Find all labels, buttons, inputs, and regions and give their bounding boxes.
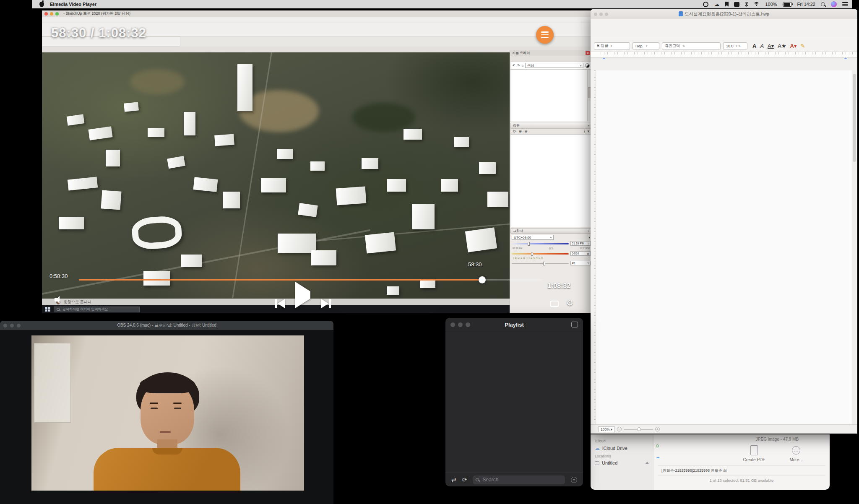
- finder-window: iCloud ☁ iCloud Drive Locations Untitled…: [591, 434, 830, 490]
- menu-bar-clock[interactable]: Fri 14:22: [797, 2, 815, 7]
- ring-building: [131, 215, 182, 250]
- scene-options-icon[interactable]: ⋮ ▾: [583, 129, 589, 133]
- sketchup-tray-panel: 기본 트레이 ✕ ↶ ↷ ⌂ 색상▾: [510, 50, 592, 313]
- volume-icon[interactable]: [55, 296, 65, 304]
- sketchup-3d-viewport[interactable]: [42, 52, 510, 299]
- control-center-icon[interactable]: [842, 2, 848, 7]
- siri-icon[interactable]: [831, 1, 837, 7]
- sweater-collar: [152, 448, 182, 455]
- shadows-section-header[interactable]: 그림자▾: [510, 228, 592, 234]
- bookmark-status-icon[interactable]: [725, 2, 729, 7]
- font-size-select[interactable]: 10.0▾ ⇅: [723, 42, 747, 50]
- playlist-title: Playlist: [445, 322, 583, 328]
- more-button[interactable]: … More...: [779, 445, 813, 462]
- building: [68, 177, 98, 190]
- next-button[interactable]: [321, 299, 331, 308]
- wifi-icon[interactable]: [753, 2, 760, 7]
- more-ellipsis-icon: …: [792, 446, 800, 455]
- terrain-patch: [352, 103, 415, 132]
- previous-button[interactable]: [275, 299, 285, 308]
- webcam-preview[interactable]: [31, 335, 304, 491]
- scene-add-icon[interactable]: ⊕: [519, 129, 522, 133]
- shadow-light-field[interactable]: 45⇅: [570, 261, 591, 265]
- person-eye: [174, 408, 181, 409]
- scenes-section-header[interactable]: 장면▾: [510, 123, 592, 128]
- building: [387, 179, 406, 192]
- keyboard-status-icon[interactable]: [734, 2, 739, 7]
- scene-refresh-icon[interactable]: ⟳: [513, 129, 516, 133]
- obs-status-icon[interactable]: [703, 2, 708, 7]
- underline-button[interactable]: A▾: [768, 43, 774, 49]
- bluetooth-icon[interactable]: [745, 2, 748, 7]
- player-menu-button[interactable]: [536, 26, 554, 44]
- utc-select[interactable]: UTC+09:00▾: [512, 235, 554, 240]
- building: [412, 204, 435, 229]
- snapshot-icon[interactable]: [550, 301, 559, 307]
- wall-panel: [34, 343, 71, 423]
- outline-button[interactable]: A★: [778, 43, 786, 49]
- create-pdf-button[interactable]: Create PDF: [737, 445, 771, 462]
- building: [487, 192, 508, 207]
- settings-gear-icon[interactable]: ⚙: [566, 298, 573, 308]
- building: [465, 227, 497, 252]
- repeat-icon[interactable]: ⟳: [462, 476, 467, 483]
- font-select[interactable]: 휴먼고딕⇅: [662, 42, 721, 50]
- forward-icon[interactable]: ↷: [517, 64, 520, 68]
- zoom-in-icon[interactable]: +: [655, 427, 660, 431]
- sidebar-item-icloud-drive[interactable]: ☁ iCloud Drive: [595, 444, 649, 452]
- scene-remove-icon[interactable]: ⊖: [524, 129, 528, 133]
- windows-start-icon[interactable]: [45, 307, 50, 312]
- zoom-slider[interactable]: [624, 429, 653, 430]
- seek-bar[interactable]: [79, 279, 542, 281]
- shadow-light-slider[interactable]: [512, 262, 569, 265]
- building: [214, 134, 234, 146]
- close-button[interactable]: [44, 12, 48, 16]
- obs-window: OBS 24.0.6 (mac) - 프로파일: Untitled - 장면: …: [0, 321, 333, 504]
- windows-search-input[interactable]: [62, 307, 137, 312]
- sidebar-item-untitled[interactable]: Untitled: [595, 460, 649, 466]
- windows-search-box[interactable]: [54, 307, 140, 312]
- zoom-button[interactable]: [55, 12, 59, 16]
- shuffle-icon[interactable]: ⇄: [451, 476, 456, 483]
- cloud-status-icon[interactable]: ☁: [714, 2, 719, 7]
- sample-paint-icon[interactable]: [585, 63, 590, 68]
- document-scrollbar[interactable]: [852, 70, 856, 424]
- material-collection-select[interactable]: 색상▾: [525, 63, 583, 68]
- shadow-date-field[interactable]: 04/24▦: [570, 251, 591, 256]
- shadow-time-field[interactable]: 01:39 PM⇅: [570, 241, 591, 246]
- spotlight-search-icon[interactable]: [821, 2, 825, 7]
- home-icon[interactable]: ⌂: [521, 64, 523, 68]
- playlist-title-bar: Playlist: [445, 318, 583, 332]
- shadow-time-slider[interactable]: [512, 242, 569, 245]
- selected-file-name[interactable]: [권형준-21925998]21925998 권형준 최: [661, 468, 727, 473]
- building: [298, 203, 318, 217]
- paragraph-style-select[interactable]: 바탕글▾: [594, 42, 630, 50]
- playlist-search-field[interactable]: [473, 475, 565, 484]
- filter-dropdown-icon[interactable]: ▼: [571, 477, 577, 483]
- bold-button[interactable]: A: [752, 43, 756, 49]
- rep-select[interactable]: Rep.▾: [633, 42, 659, 50]
- zoom-level[interactable]: 100% ▾: [598, 426, 615, 432]
- play-button[interactable]: [295, 291, 310, 299]
- apple-menu-icon[interactable]: [39, 2, 44, 7]
- app-menu-title[interactable]: Elmedia Video Player: [50, 2, 96, 7]
- back-icon[interactable]: ↶: [513, 64, 515, 68]
- minimize-button[interactable]: [50, 12, 53, 16]
- highlight-button[interactable]: ✎: [801, 43, 805, 49]
- playlist-search-input[interactable]: [482, 476, 562, 483]
- shadow-date-slider[interactable]: [512, 252, 569, 255]
- building: [278, 234, 316, 253]
- materials-tabs: [510, 56, 592, 62]
- sketchup-title-bar: - SketchUp 프로 2020 (평가판 2달 남음): [42, 10, 592, 17]
- vertical-ruler[interactable]: [591, 70, 596, 424]
- horizontal-ruler[interactable]: [591, 52, 857, 58]
- italic-button[interactable]: A: [760, 43, 764, 49]
- eject-icon[interactable]: [646, 460, 649, 464]
- desktop: Elmedia Video Player ☁ 100% Fri 14:22 - …: [0, 0, 859, 504]
- zoom-out-icon[interactable]: −: [617, 427, 622, 431]
- obs-window-title: OBS 24.0.6 (mac) - 프로파일: Untitled - 장면: …: [0, 322, 333, 328]
- battery-icon: [783, 2, 792, 7]
- close-icon[interactable]: ✕: [586, 51, 590, 55]
- pip-icon[interactable]: [571, 322, 578, 327]
- font-color-button[interactable]: A▾: [790, 43, 797, 49]
